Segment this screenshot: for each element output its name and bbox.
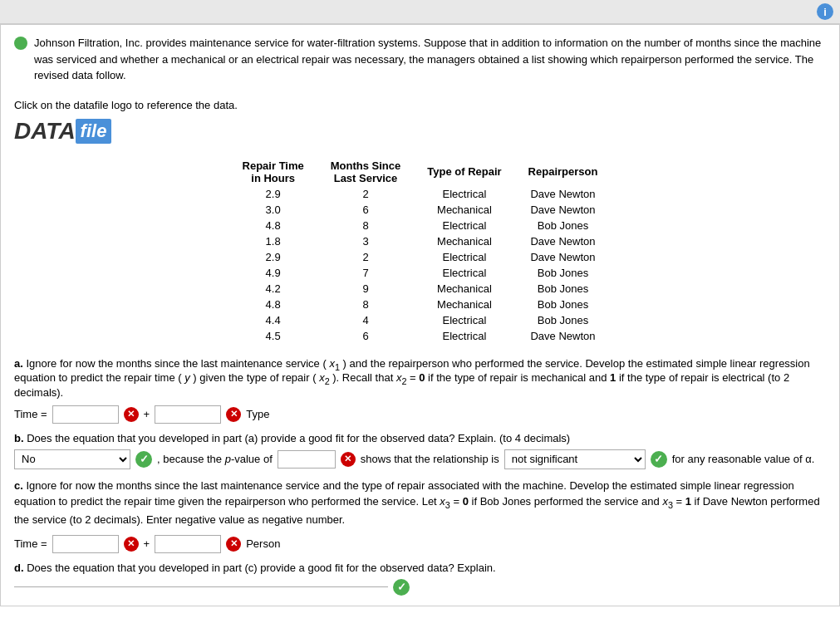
- plus-sign-a: +: [144, 408, 150, 420]
- cell-person: Dave Newton: [515, 202, 612, 218]
- time-coefficient-input-a[interactable]: [155, 405, 221, 424]
- col-header-type: Type of Repair: [414, 158, 514, 186]
- section-b-answer-row: No Yes ✓ , because the p-value of ✕ show…: [14, 449, 826, 469]
- cell-person: Bob Jones: [515, 312, 612, 328]
- cell-months: 4: [317, 312, 415, 328]
- top-bar: i: [0, 0, 840, 24]
- logo-data-text: DATA: [14, 118, 76, 145]
- type-label-a: Type: [246, 408, 269, 420]
- time-coefficient-input-c[interactable]: [155, 535, 221, 553]
- section-a-text: a. Ignore for now the months since the l…: [14, 357, 826, 399]
- error-icon-c1[interactable]: ✕: [124, 537, 139, 552]
- yes-no-select-b[interactable]: No Yes: [14, 449, 130, 469]
- table-row: 4.4 4 Electrical Bob Jones: [229, 312, 612, 328]
- cell-person: Bob Jones: [515, 218, 612, 233]
- cell-months: 2: [317, 186, 415, 202]
- green-dot-icon: [14, 37, 27, 50]
- col-header-person: Repairperson: [515, 158, 612, 186]
- cell-type: Electrical: [414, 312, 514, 328]
- section-d-check-row: ✓: [14, 579, 826, 596]
- time-label-a: Time =: [14, 408, 47, 420]
- cell-type: Mechanical: [414, 202, 514, 218]
- cell-repair-time: 4.9: [229, 265, 317, 281]
- error-icon-a2[interactable]: ✕: [226, 407, 241, 422]
- section-d-text: d. Does the equation that you developed …: [14, 562, 826, 574]
- cell-repair-time: 1.8: [229, 233, 317, 249]
- cell-type: Mechanical: [414, 233, 514, 249]
- table-row: 1.8 3 Mechanical Dave Newton: [229, 233, 612, 249]
- shows-text-b: shows that the relationship is: [361, 453, 499, 465]
- intro-paragraph: Johnson Filtration, Inc. provides mainte…: [34, 35, 826, 84]
- table-row: 4.8 8 Electrical Bob Jones: [229, 218, 612, 233]
- cell-person: Dave Newton: [515, 328, 612, 344]
- cell-repair-time: 4.5: [229, 328, 317, 344]
- plus-sign-c: +: [144, 537, 150, 550]
- significance-select-b[interactable]: not significant significant: [504, 449, 646, 469]
- section-c-text: c. Ignore for now the months since the l…: [14, 478, 826, 528]
- pvalue-input-b[interactable]: [278, 450, 336, 469]
- data-table: Repair Time in Hours Months Since Last S…: [229, 158, 612, 344]
- table-row: 2.9 2 Electrical Dave Newton: [229, 249, 612, 265]
- section-b-text: b. Does the equation that you developed …: [14, 432, 826, 444]
- table-row: 3.0 6 Mechanical Dave Newton: [229, 202, 612, 218]
- check-icon-b2: ✓: [651, 451, 667, 468]
- cell-repair-time: 4.4: [229, 312, 317, 328]
- cell-repair-time: 4.2: [229, 281, 317, 297]
- check-icon-d: ✓: [393, 579, 410, 596]
- cell-type: Electrical: [414, 249, 514, 265]
- cell-repair-time: 3.0: [229, 202, 317, 218]
- person-label-c: Person: [246, 537, 280, 550]
- cell-person: Bob Jones: [515, 281, 612, 297]
- cell-months: 3: [317, 233, 415, 249]
- table-row: 4.8 8 Mechanical Bob Jones: [229, 297, 612, 312]
- click-text: Click on the datafile logo to reference …: [14, 99, 826, 111]
- datafile-logo[interactable]: DATA file: [14, 118, 111, 145]
- error-icon-a1[interactable]: ✕: [124, 407, 139, 422]
- formula-a-row: Time = ✕ + ✕ Type: [14, 405, 826, 424]
- for-text-b: for any reasonable value of α.: [672, 453, 815, 465]
- cell-type: Electrical: [414, 328, 514, 344]
- col-header-months: Months Since Last Service: [317, 158, 415, 186]
- cell-repair-time: 2.9: [229, 249, 317, 265]
- table-header-row: Repair Time in Hours Months Since Last S…: [229, 158, 612, 186]
- table-row: 4.2 9 Mechanical Bob Jones: [229, 281, 612, 297]
- col-header-repair-time: Repair Time in Hours: [229, 158, 317, 186]
- table-row: 4.9 7 Electrical Bob Jones: [229, 265, 612, 281]
- cell-months: 8: [317, 297, 415, 312]
- cell-months: 9: [317, 281, 415, 297]
- error-icon-c2[interactable]: ✕: [226, 537, 241, 552]
- formula-c-row: Time = ✕ + ✕ Person: [14, 535, 826, 553]
- because-text-b: , because the p-value of: [157, 453, 273, 465]
- cell-repair-time: 4.8: [229, 297, 317, 312]
- cell-type: Mechanical: [414, 281, 514, 297]
- cell-repair-time: 4.8: [229, 218, 317, 233]
- cell-months: 2: [317, 249, 415, 265]
- cell-months: 7: [317, 265, 415, 281]
- cell-repair-time: 2.9: [229, 186, 317, 202]
- logo-file-text: file: [76, 119, 112, 144]
- cell-type: Electrical: [414, 218, 514, 233]
- main-content: Johnson Filtration, Inc. provides mainte…: [0, 24, 840, 606]
- table-row: 2.9 2 Electrical Dave Newton: [229, 186, 612, 202]
- cell-person: Bob Jones: [515, 297, 612, 312]
- cell-months: 6: [317, 328, 415, 344]
- check-icon-b: ✓: [135, 451, 152, 468]
- cell-type: Electrical: [414, 186, 514, 202]
- cell-type: Electrical: [414, 265, 514, 281]
- time-label-c: Time =: [14, 537, 47, 550]
- cell-type: Mechanical: [414, 297, 514, 312]
- cell-person: Dave Newton: [515, 249, 612, 265]
- table-row: 4.5 6 Electrical Dave Newton: [229, 328, 612, 344]
- cell-person: Bob Jones: [515, 265, 612, 281]
- cell-person: Dave Newton: [515, 186, 612, 202]
- time-intercept-input-c[interactable]: [52, 535, 119, 553]
- info-icon[interactable]: i: [817, 3, 833, 20]
- cell-months: 6: [317, 202, 415, 218]
- time-intercept-input-a[interactable]: [52, 405, 119, 424]
- cell-months: 8: [317, 218, 415, 233]
- error-icon-b[interactable]: ✕: [341, 452, 356, 467]
- cell-person: Dave Newton: [515, 233, 612, 249]
